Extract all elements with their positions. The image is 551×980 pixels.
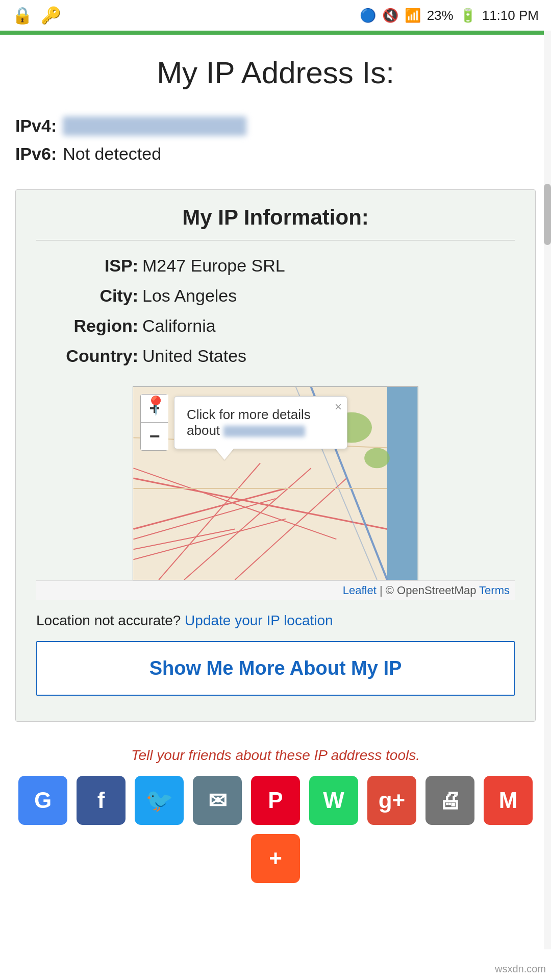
- battery-percent: 23%: [427, 8, 454, 23]
- battery-icon: 🔋: [460, 8, 476, 23]
- isp-label: ISP:: [36, 256, 138, 276]
- map-visual[interactable]: + − 📍 × Click for more details about: [133, 386, 418, 580]
- wifi-icon: 📶: [405, 8, 421, 23]
- social-icons-row: G f 🐦 ✉ P W g+ 🖨 M +: [15, 776, 536, 883]
- isp-row: ISP: M247 Europe SRL: [36, 256, 515, 276]
- page-title: My IP Address Is:: [15, 55, 536, 90]
- watermark: wsxdn.com: [495, 963, 546, 975]
- info-divider: [36, 240, 515, 240]
- ipv4-value: [63, 116, 246, 136]
- region-label: Region:: [36, 316, 138, 336]
- city-value: Los Angeles: [142, 286, 237, 306]
- scrollbar-thumb[interactable]: [544, 184, 551, 245]
- map-attribution: Leaflet | © OpenStreetMap Terms: [36, 580, 515, 600]
- popup-close-button[interactable]: ×: [335, 400, 342, 414]
- info-box: My IP Information: ISP: M247 Europe SRL …: [15, 189, 536, 722]
- email-share-button[interactable]: ✉: [193, 776, 242, 825]
- location-notice: Location not accurate? Update your IP lo…: [36, 612, 515, 629]
- region-row: Region: California: [36, 316, 515, 336]
- main-content: My IP Address Is: IPv4: IPv6: Not detect…: [0, 35, 551, 737]
- leaflet-link[interactable]: Leaflet: [343, 584, 377, 597]
- map-popup: × Click for more details about: [174, 396, 347, 449]
- terms-link[interactable]: Terms: [479, 584, 510, 597]
- social-section: Tell your friends about these IP address…: [0, 737, 551, 898]
- map-zoom-out-button[interactable]: −: [141, 423, 168, 450]
- lock-icon: 🔒: [12, 6, 33, 25]
- ipv6-label: IPv6:: [15, 144, 57, 164]
- social-tagline: Tell your friends about these IP address…: [15, 747, 536, 764]
- country-value: United States: [142, 346, 246, 366]
- show-more-button[interactable]: Show Me More About My IP: [36, 641, 515, 696]
- bluetooth-icon: 🔵: [360, 8, 376, 23]
- mute-icon: 🔇: [382, 8, 398, 23]
- twitter-share-button[interactable]: 🐦: [135, 776, 184, 825]
- location-notice-text: Location not accurate?: [36, 612, 181, 628]
- ipv4-label: IPv4:: [15, 116, 57, 136]
- popup-ip-blurred: [223, 426, 305, 437]
- status-bar: 🔒 🔑 🔵 🔇 📶 23% 🔋 11:10 PM: [0, 0, 551, 31]
- update-location-link[interactable]: Update your IP location: [185, 612, 333, 628]
- svg-point-3: [364, 448, 390, 468]
- country-label: Country:: [36, 346, 138, 366]
- isp-value: M247 Europe SRL: [142, 256, 285, 276]
- info-box-title: My IP Information:: [36, 205, 515, 230]
- whatsapp-share-button[interactable]: W: [309, 776, 358, 825]
- country-row: Country: United States: [36, 346, 515, 366]
- map-container: + − 📍 × Click for more details about Lea…: [36, 386, 515, 600]
- print-share-button[interactable]: 🖨: [425, 776, 474, 825]
- accent-bar: [0, 31, 551, 35]
- status-bar-right: 🔵 🔇 📶 23% 🔋 11:10 PM: [360, 8, 539, 23]
- more-share-button[interactable]: +: [251, 834, 300, 883]
- ipv4-row: IPv4:: [15, 116, 536, 136]
- city-row: City: Los Angeles: [36, 286, 515, 306]
- status-bar-left: 🔒 🔑: [12, 6, 61, 25]
- facebook-share-button[interactable]: f: [77, 776, 126, 825]
- ipv6-value: Not detected: [63, 144, 161, 164]
- scrollbar[interactable]: [544, 31, 551, 949]
- attribution-separator: | © OpenStreetMap: [380, 584, 479, 597]
- region-value: California: [142, 316, 216, 336]
- city-label: City:: [36, 286, 138, 306]
- gmail-share-button[interactable]: M: [484, 776, 533, 825]
- ipv6-row: IPv6: Not detected: [15, 144, 536, 164]
- google-share-button[interactable]: G: [18, 776, 67, 825]
- key-icon: 🔑: [41, 6, 61, 25]
- map-pin: 📍: [144, 395, 167, 416]
- svg-rect-1: [387, 387, 418, 580]
- time: 11:10 PM: [482, 8, 539, 23]
- pinterest-share-button[interactable]: P: [251, 776, 300, 825]
- googleplus-share-button[interactable]: g+: [367, 776, 416, 825]
